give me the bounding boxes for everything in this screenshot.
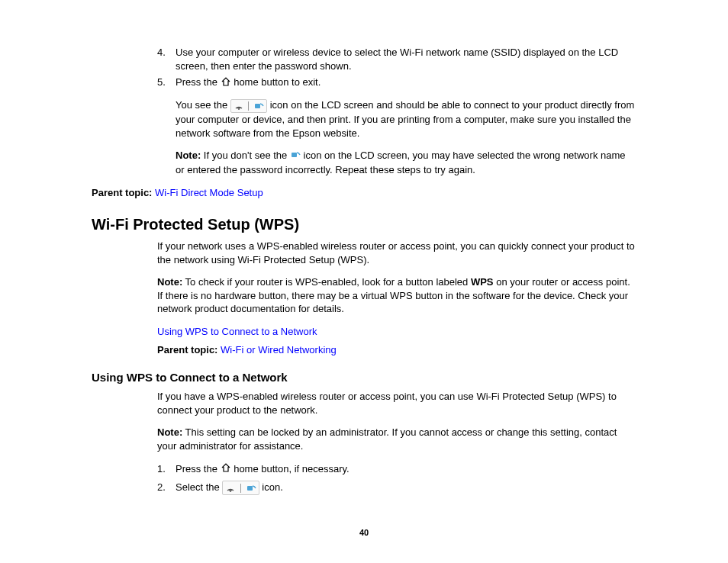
step-number: 4. bbox=[92, 46, 176, 72]
top-steps-list: 4. Use your computer or wireless device … bbox=[92, 46, 636, 89]
paragraph: You see the icon on the LCD screen and s… bbox=[176, 98, 636, 140]
step-text: Press the home button to exit. bbox=[176, 76, 636, 89]
step5-followup: You see the icon on the LCD screen and s… bbox=[176, 98, 636, 176]
wps-note: Note: To check if your router is WPS-ena… bbox=[157, 275, 636, 316]
note-label: Note: bbox=[157, 276, 182, 288]
parent-topic-link[interactable]: Wi-Fi Direct Mode Setup bbox=[155, 187, 263, 198]
wifi-direct-icon bbox=[230, 99, 267, 114]
using-wps-intro: If you have a WPS-enabled wireless route… bbox=[157, 390, 636, 417]
wps-sublink: Using WPS to Connect to a Network bbox=[157, 325, 636, 339]
document-page: 4. Use your computer or wireless device … bbox=[0, 0, 728, 563]
svg-rect-1 bbox=[255, 104, 260, 108]
using-wps-steps: 1. Press the home button, if necessary. … bbox=[157, 462, 636, 495]
using-wps-note: Note: This setting can be locked by an a… bbox=[157, 426, 636, 452]
parent-topic-label: Parent topic: bbox=[157, 344, 217, 355]
wps-intro: If your network uses a WPS-enabled wirel… bbox=[157, 240, 636, 266]
step-text: Select the icon. bbox=[176, 481, 636, 495]
home-icon bbox=[221, 462, 231, 476]
wifi-direct-small-icon bbox=[290, 150, 301, 164]
note-paragraph: Note: If you don't see the icon on the L… bbox=[176, 149, 636, 176]
step-number: 2. bbox=[157, 481, 176, 495]
wps-heading: Wi-Fi Protected Setup (WPS) bbox=[92, 214, 636, 235]
page-content: 4. Use your computer or wireless device … bbox=[92, 46, 636, 495]
svg-rect-4 bbox=[247, 486, 253, 491]
step-4: 4. Use your computer or wireless device … bbox=[92, 46, 636, 72]
note-label: Note: bbox=[176, 150, 201, 161]
step-number: 5. bbox=[92, 76, 176, 89]
wps-body: If your network uses a WPS-enabled wirel… bbox=[157, 240, 636, 356]
wps-connect-link[interactable]: Using WPS to Connect to a Network bbox=[157, 326, 317, 337]
parent-topic-label: Parent topic: bbox=[92, 187, 152, 198]
parent-topic-link[interactable]: Wi-Fi or Wired Networking bbox=[221, 344, 337, 355]
wps-step-2: 2. Select the icon. bbox=[157, 481, 636, 495]
svg-point-0 bbox=[238, 108, 240, 110]
home-icon bbox=[221, 76, 231, 90]
step-text: Press the home button, if necessary. bbox=[176, 462, 636, 476]
parent-topic-row: Parent topic: Wi-Fi or Wired Networking bbox=[157, 343, 636, 357]
page-number: 40 bbox=[0, 528, 728, 537]
wps-bold: WPS bbox=[471, 276, 494, 288]
step-text: Use your computer or wireless device to … bbox=[176, 46, 636, 72]
svg-point-3 bbox=[230, 491, 231, 492]
parent-topic-row: Parent topic: Wi-Fi Direct Mode Setup bbox=[92, 186, 636, 200]
wps-step-1: 1. Press the home button, if necessary. bbox=[157, 462, 636, 476]
svg-rect-2 bbox=[292, 153, 297, 157]
step-number: 1. bbox=[157, 462, 176, 476]
step-5: 5. Press the home button to exit. bbox=[92, 76, 636, 89]
using-wps-heading: Using WPS to Connect to a Network bbox=[92, 370, 636, 385]
note-label: Note: bbox=[157, 426, 182, 438]
wifi-direct-icon bbox=[222, 481, 259, 495]
using-wps-body: If you have a WPS-enabled wireless route… bbox=[157, 390, 636, 494]
